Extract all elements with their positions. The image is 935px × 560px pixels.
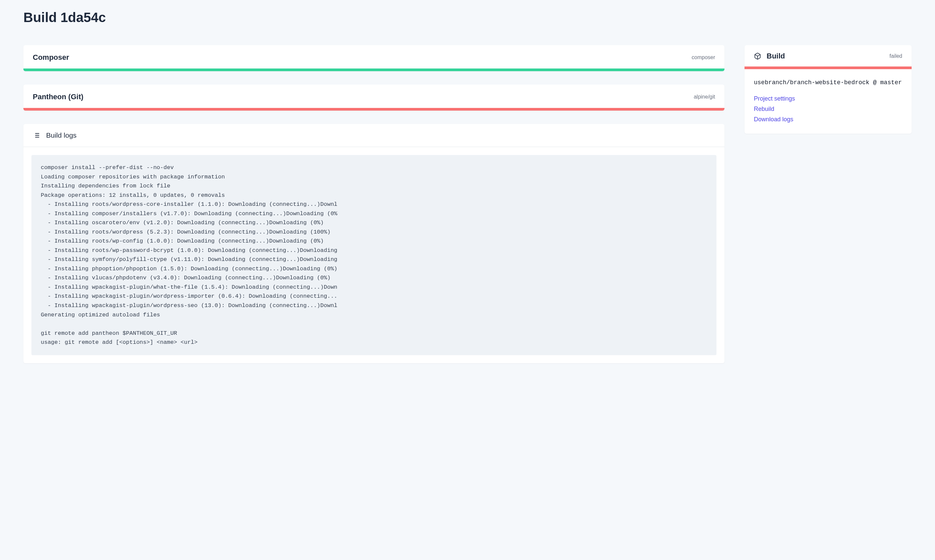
build-body: usebranch/branch-website-bedrock @ maste… [744, 69, 912, 134]
build-header: Build failed [744, 45, 912, 66]
step-title: Pantheon (Git) [33, 92, 83, 101]
status-bar-success [23, 69, 724, 71]
logs-title: Build logs [46, 131, 77, 139]
build-repo: usebranch/branch-website-bedrock @ maste… [754, 79, 902, 86]
logs-output: composer install --prefer-dist --no-dev … [31, 155, 717, 355]
step-card-pantheon[interactable]: Pantheon (Git) alpine/git [23, 85, 724, 111]
step-header: Composer composer [23, 45, 724, 69]
step-image: composer [692, 54, 715, 60]
list-icon [33, 132, 40, 139]
rebuild-link[interactable]: Rebuild [754, 106, 902, 112]
package-icon [754, 52, 761, 60]
status-bar-failed [23, 108, 724, 111]
content-wrapper: Composer composer Pantheon (Git) alpine/… [23, 45, 912, 363]
main-column: Composer composer Pantheon (Git) alpine/… [23, 45, 724, 363]
step-header: Pantheon (Git) alpine/git [23, 85, 724, 108]
page-title: Build 1da54c [23, 10, 912, 25]
build-summary-card: Build failed usebranch/branch-website-be… [744, 45, 912, 134]
step-card-composer[interactable]: Composer composer [23, 45, 724, 71]
build-logs-card: Build logs composer install --prefer-dis… [23, 124, 724, 363]
build-header-left: Build [754, 52, 785, 60]
build-panel-title: Build [767, 52, 785, 60]
logs-header: Build logs [23, 124, 724, 147]
sidebar-column: Build failed usebranch/branch-website-be… [744, 45, 912, 134]
build-links: Project settings Rebuild Download logs [754, 95, 902, 123]
logs-body: composer install --prefer-dist --no-dev … [23, 147, 724, 363]
step-image: alpine/git [694, 94, 715, 100]
download-logs-link[interactable]: Download logs [754, 116, 902, 123]
step-title: Composer [33, 53, 69, 62]
project-settings-link[interactable]: Project settings [754, 95, 902, 102]
status-bar-failed [744, 66, 912, 69]
build-status-badge: failed [890, 53, 902, 59]
